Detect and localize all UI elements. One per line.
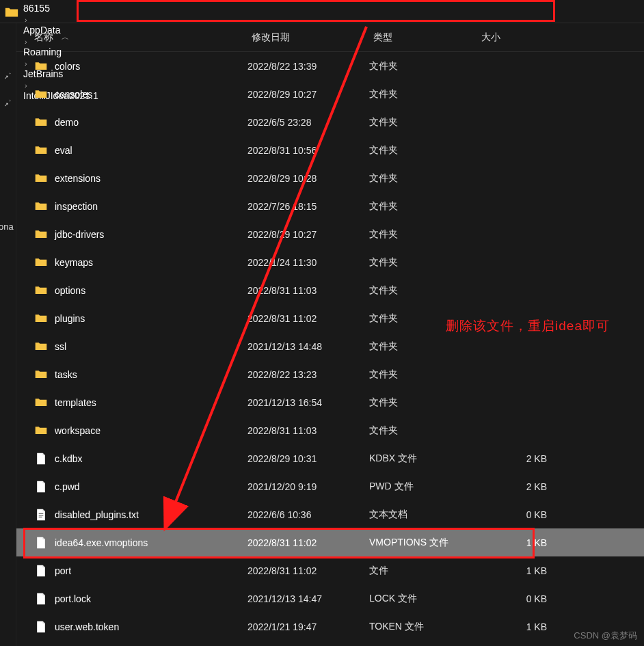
file-icon — [34, 592, 48, 606]
list-item[interactable]: tasks2022/8/22 13:23文件夹 — [16, 360, 644, 388]
pin-icon[interactable] — [3, 70, 12, 81]
file-type: 文本文档 — [369, 509, 477, 521]
list-item[interactable]: jdbc-drivers2022/8/29 10:27文件夹 — [16, 220, 644, 248]
list-item[interactable]: eval2022/8/31 10:56文件夹 — [16, 136, 644, 164]
file-name: disabled_plugins.txt — [55, 509, 139, 520]
file-size: 0 KB — [477, 509, 559, 520]
file-date: 2022/7/26 18:15 — [247, 201, 369, 212]
file-date: 2022/8/22 13:39 — [247, 61, 369, 72]
file-date: 2022/8/29 10:31 — [247, 453, 369, 464]
file-type: 文件夹 — [369, 60, 477, 72]
list-item[interactable]: inspection2022/7/26 18:15文件夹 — [16, 192, 644, 220]
folder-icon — [34, 368, 48, 381]
file-type: VMOPTIONS 文件 — [369, 537, 477, 549]
folder-icon — [34, 284, 48, 297]
folder-icon — [34, 88, 48, 101]
file-date: 2022/1/24 11:30 — [247, 257, 369, 268]
file-date: 2022/6/6 10:36 — [247, 509, 369, 520]
list-item[interactable]: workspace2022/8/31 11:03文件夹 — [16, 416, 644, 444]
file-name: templates — [55, 397, 96, 408]
file-type: TOKEN 文件 — [369, 621, 477, 633]
list-item[interactable]: port.lock2021/12/13 14:47LOCK 文件0 KB — [16, 584, 644, 613]
file-name: c.kdbx — [55, 453, 82, 464]
list-item[interactable]: extensions2022/8/29 10:28文件夹 — [16, 164, 644, 192]
col-header-date[interactable]: 修改日期 — [252, 31, 373, 44]
file-name: inspection — [55, 201, 98, 212]
file-icon — [34, 452, 48, 466]
list-item[interactable]: options2022/8/31 11:03文件夹 — [16, 276, 644, 304]
file-type: 文件夹 — [369, 396, 477, 409]
folder-icon — [34, 312, 48, 325]
folder-icon — [34, 144, 48, 157]
file-type: 文件夹 — [369, 340, 477, 353]
list-item[interactable]: consoles2022/8/29 10:27文件夹 — [16, 80, 644, 108]
list-item[interactable]: port2022/8/31 11:02文件1 KB — [16, 556, 644, 584]
chevron-right-icon[interactable]: › — [22, 38, 30, 46]
list-item[interactable]: colors2022/8/22 13:39文件夹 — [16, 52, 644, 80]
file-date: 2022/8/31 10:56 — [247, 145, 369, 156]
folder-icon — [34, 340, 48, 353]
file-name: extensions — [55, 173, 100, 184]
chevron-right-icon[interactable]: › — [22, 0, 30, 2]
file-icon — [34, 564, 48, 578]
file-size: 1 KB — [477, 565, 559, 576]
breadcrumb-highlight-box — [77, 0, 555, 22]
list-item[interactable]: idea64.exe.vmoptions2022/8/31 11:02VMOPT… — [16, 528, 644, 556]
folder-icon — [34, 228, 48, 241]
list-item[interactable]: ssl2021/12/13 14:48文件夹 — [16, 332, 644, 360]
file-size: 2 KB — [477, 481, 559, 492]
pin-icon[interactable] — [3, 97, 12, 109]
file-date: 2022/8/29 10:27 — [247, 89, 369, 100]
file-icon — [34, 536, 48, 550]
breadcrumb-item[interactable]: AppData — [22, 25, 100, 36]
list-item[interactable]: demo2022/6/5 23:28文件夹 — [16, 108, 644, 136]
file-date: 2022/8/31 11:02 — [247, 537, 369, 548]
list-item[interactable]: disabled_plugins.txt2022/6/6 10:36文本文档0 … — [16, 500, 644, 528]
list-item[interactable]: c.pwd2021/12/20 9:19PWD 文件2 KB — [16, 472, 644, 500]
file-type: 文件夹 — [369, 368, 477, 381]
file-name: idea64.exe.vmoptions — [55, 537, 148, 548]
left-strip-label: ona — [0, 221, 14, 232]
file-type: 文件夹 — [369, 116, 477, 129]
file-type: LOCK 文件 — [369, 593, 477, 605]
file-date: 2021/12/13 14:48 — [247, 341, 369, 352]
file-name: keymaps — [55, 257, 93, 268]
file-size: 1 KB — [477, 621, 559, 632]
file-name: tasks — [55, 369, 77, 380]
file-type: 文件夹 — [369, 200, 477, 213]
file-date: 2022/8/29 10:28 — [247, 173, 369, 184]
file-name: colors — [55, 61, 80, 72]
folder-icon — [34, 256, 48, 269]
file-date: 2021/12/13 16:54 — [247, 397, 369, 408]
file-type: 文件夹 — [369, 425, 477, 437]
list-item[interactable]: c.kdbx2022/8/29 10:31KDBX 文件2 KB — [16, 444, 644, 472]
list-item[interactable]: templates2021/12/13 16:54文件夹 — [16, 388, 644, 416]
breadcrumb[interactable]: ›此电脑›本地磁盘 (C:)›用户›86155›AppData›Roaming›… — [0, 0, 644, 23]
breadcrumb-item[interactable]: 86155 — [22, 3, 100, 14]
annotation-text: 删除该文件，重启idea即可 — [446, 317, 610, 335]
file-name: plugins — [55, 313, 85, 324]
file-type: 文件夹 — [369, 144, 477, 157]
folder-icon — [34, 424, 48, 438]
file-list[interactable]: colors2022/8/22 13:39文件夹consoles2022/8/2… — [16, 52, 644, 646]
chevron-right-icon[interactable]: › — [22, 16, 30, 24]
file-type: KDBX 文件 — [369, 453, 477, 465]
file-name: user.web.token — [55, 621, 119, 632]
file-type: 文件夹 — [369, 256, 477, 269]
list-item[interactable]: user.web.token2022/1/21 19:47TOKEN 文件1 K… — [16, 613, 644, 641]
file-date: 2021/12/13 14:47 — [247, 593, 369, 604]
file-name: workspace — [55, 425, 100, 436]
file-type: 文件夹 — [369, 228, 477, 241]
file-date: 2022/8/29 10:27 — [247, 229, 369, 240]
file-type: 文件夹 — [369, 284, 477, 297]
file-name: port.lock — [55, 593, 91, 604]
list-item[interactable]: keymaps2022/1/24 11:30文件夹 — [16, 248, 644, 276]
file-date: 2022/1/21 19:47 — [247, 621, 369, 632]
file-name: demo — [55, 117, 79, 128]
file-date: 2022/8/31 11:02 — [247, 313, 369, 324]
col-header-type[interactable]: 类型 — [373, 31, 481, 44]
col-header-size[interactable]: 大小 — [481, 31, 563, 44]
file-name: ssl — [55, 341, 66, 352]
watermark: CSDN @袁梦码 — [574, 630, 637, 642]
file-icon — [34, 620, 48, 634]
